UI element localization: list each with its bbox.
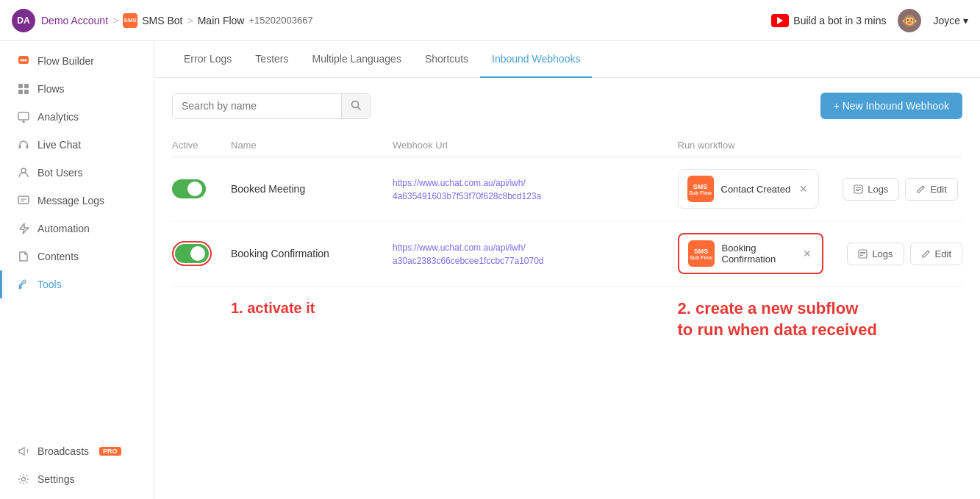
message-icon xyxy=(17,194,30,207)
edit-button-2[interactable]: Edit xyxy=(910,243,962,265)
sidebar-item-automation[interactable]: Automation xyxy=(0,215,154,243)
sidebar-item-live-chat[interactable]: Live Chat xyxy=(0,131,154,159)
logs-button-1[interactable]: Logs xyxy=(843,178,899,201)
svg-rect-7 xyxy=(24,90,29,94)
navbar: DA Demo Account > SMS SMS Bot > Main Flo… xyxy=(0,0,980,41)
action-buttons-booked-meeting: Logs Edit xyxy=(831,178,958,201)
subflow-name-booking-confirmation: Booking Confirmation xyxy=(722,243,795,265)
sidebar-label-flow-builder: Flow Builder xyxy=(37,55,94,67)
search-button[interactable] xyxy=(341,94,370,118)
subflow-sms-icon-2: SMS Sub Flow xyxy=(688,240,715,267)
sidebar-label-live-chat: Live Chat xyxy=(37,139,81,151)
user-menu[interactable]: Joyce ▾ xyxy=(933,15,968,26)
subflow-card-contact-created: SMS Sub Flow Contact Created ✕ xyxy=(678,169,820,209)
sidebar-label-contents: Contents xyxy=(37,251,79,262)
search-icon xyxy=(351,100,361,110)
file-icon xyxy=(17,250,30,263)
svg-point-3 xyxy=(25,60,27,62)
breadcrumb-sep-1: > xyxy=(112,15,118,26)
grid-icon xyxy=(17,82,30,96)
header-run-workflow: Run workflow xyxy=(678,140,963,151)
sidebar-item-analytics[interactable]: Analytics xyxy=(0,103,154,131)
svg-point-17 xyxy=(22,478,26,481)
tab-testers[interactable]: Testers xyxy=(243,41,300,78)
webhooks-content: + New Inbound Webhook Active Name Webhoo… xyxy=(154,78,980,499)
bot-name[interactable]: SMS Bot xyxy=(142,15,182,26)
search-box xyxy=(172,93,371,119)
svg-rect-6 xyxy=(18,90,23,94)
sidebar-item-settings[interactable]: Settings xyxy=(0,465,154,493)
gear-icon xyxy=(17,473,30,486)
user-avatar: 🐵 xyxy=(898,9,921,32)
svg-rect-14 xyxy=(18,196,29,204)
subflow-sms-icon-1: SMS Sub Flow xyxy=(687,176,714,202)
svg-line-19 xyxy=(358,107,361,110)
tab-shortcuts[interactable]: Shortcuts xyxy=(413,41,480,78)
svg-rect-12 xyxy=(26,145,29,148)
phone-number: +15202003667 xyxy=(248,15,312,26)
subflow-card-booking-confirmation: SMS Sub Flow Booking Confirmation ✕ xyxy=(678,233,824,274)
webhook-url-booking-confirmation: https://www.uchat.com.au/api/iwh/a30ac23… xyxy=(393,240,678,267)
webhook-name-booking-confirmation: Booking Confirmation xyxy=(231,248,393,259)
sidebar-item-flows[interactable]: Flows xyxy=(0,75,154,103)
new-webhook-button[interactable]: + New Inbound Webhook xyxy=(820,93,962,119)
monitor-icon xyxy=(17,110,30,123)
sidebar-label-settings: Settings xyxy=(37,473,75,485)
edit-button-1[interactable]: Edit xyxy=(905,178,957,201)
sidebar-item-flow-builder[interactable]: Flow Builder xyxy=(0,47,154,75)
build-bot-button[interactable]: Build a bot in 3 mins xyxy=(771,14,886,27)
annotation-step1: 1. activate it xyxy=(231,298,393,317)
breadcrumb-sep-2: > xyxy=(187,15,193,26)
subflow-name-contact-created: Contact Created xyxy=(721,184,791,195)
svg-rect-4 xyxy=(18,84,23,88)
sidebar-item-bot-users[interactable]: Bot Users xyxy=(0,159,154,187)
sms-bot-icon: SMS xyxy=(123,13,137,28)
toggle-booking-confirmation[interactable] xyxy=(175,244,209,263)
sidebar: Flow Builder Flows Analytic xyxy=(0,41,154,499)
svg-point-1 xyxy=(21,60,23,62)
edit-icon xyxy=(916,184,926,194)
run-workflow-booked-meeting: SMS Sub Flow Contact Created ✕ xyxy=(678,169,963,209)
flow-name[interactable]: Main Flow xyxy=(198,15,245,26)
toggle-booked-meeting[interactable] xyxy=(172,179,206,198)
sidebar-item-contents[interactable]: Contents xyxy=(0,243,154,270)
tools-icon xyxy=(17,278,30,291)
tab-inbound-webhooks[interactable]: Inbound Webhooks xyxy=(480,41,592,78)
sidebar-label-flows: Flows xyxy=(37,83,65,95)
action-buttons-booking-confirmation: Logs Edit xyxy=(835,243,962,265)
sidebar-item-message-logs[interactable]: Message Logs xyxy=(0,187,154,215)
toggle-wrapper-booked-meeting xyxy=(172,179,231,198)
header-active: Active xyxy=(172,140,231,151)
sidebar-label-broadcasts: Broadcasts xyxy=(37,445,89,457)
table-headers: Active Name Webhook Url Run workflow xyxy=(172,134,962,157)
sidebar-item-tools[interactable]: Tools xyxy=(0,270,154,298)
headset-icon xyxy=(17,138,30,151)
sidebar-item-broadcasts[interactable]: Broadcasts PRO xyxy=(0,437,154,465)
table-row: Booked Meeting https://www.uchat.com.au/… xyxy=(172,157,962,221)
header-name: Name xyxy=(231,140,393,151)
subflow-close-button-1[interactable]: ✕ xyxy=(798,182,809,196)
webhook-name-booked-meeting: Booked Meeting xyxy=(231,183,393,195)
sidebar-label-bot-users: Bot Users xyxy=(37,167,82,179)
sidebar-label-tools: Tools xyxy=(37,279,62,290)
sidebar-label-message-logs: Message Logs xyxy=(37,195,104,207)
svg-point-2 xyxy=(23,60,25,62)
chevron-down-icon: ▾ xyxy=(963,15,968,26)
search-input[interactable] xyxy=(173,94,341,118)
sidebar-label-analytics: Analytics xyxy=(37,111,79,123)
toggle-wrapper-booking-confirmation xyxy=(172,241,231,266)
tab-error-logs[interactable]: Error Logs xyxy=(172,41,243,78)
pro-badge: PRO xyxy=(99,447,121,456)
account-avatar[interactable]: DA xyxy=(12,9,35,32)
svg-rect-11 xyxy=(19,145,21,148)
search-row: + New Inbound Webhook xyxy=(172,93,962,119)
edit-icon-2 xyxy=(921,249,931,259)
subflow-close-button-2[interactable]: ✕ xyxy=(801,246,813,261)
megaphone-icon xyxy=(17,445,30,458)
tab-multiple-languages[interactable]: Multiple Languages xyxy=(300,41,412,78)
tabs-bar: Error Logs Testers Multiple Languages Sh… xyxy=(154,41,980,78)
chat-bubble-icon xyxy=(17,54,30,68)
account-name[interactable]: Demo Account xyxy=(41,15,108,26)
logs-button-2[interactable]: Logs xyxy=(847,243,904,265)
svg-point-13 xyxy=(21,168,26,173)
